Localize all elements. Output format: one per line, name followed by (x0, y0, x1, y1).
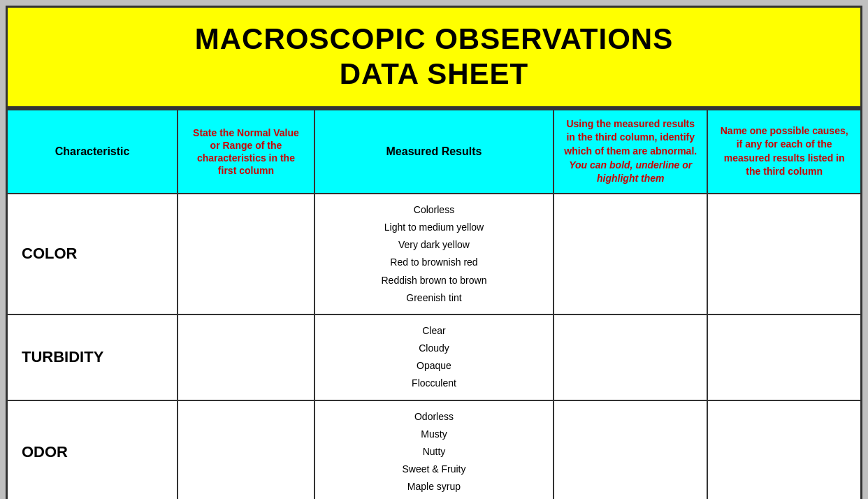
characteristic-color: COLOR (7, 194, 178, 314)
header-measured: Measured Results (314, 109, 554, 193)
measured-odor: Odorless Musty Nutty Sweet & Fruity Mapl… (314, 400, 554, 499)
characteristic-turbidity: TURBIDITY (7, 314, 178, 400)
characteristic-odor: ODOR (7, 400, 178, 499)
normal-turbidity[interactable] (178, 314, 314, 400)
header-characteristic: Characteristic (7, 109, 178, 193)
title-bar: MACROSCOPIC OBSERVATIONS DATA SHEET (6, 6, 862, 108)
measured-color: Colorless Light to medium yellow Very da… (314, 194, 554, 314)
table-body: COLOR Colorless Light to medium yellow V… (7, 194, 862, 499)
table-row-turbidity: TURBIDITY Clear Cloudy Opaque Flocculent (7, 314, 862, 400)
abnormal-turbidity[interactable] (554, 314, 707, 400)
measured-turbidity: Clear Cloudy Opaque Flocculent (314, 314, 554, 400)
table-row-color: COLOR Colorless Light to medium yellow V… (7, 194, 862, 314)
header-abnormal: Using the measured results in the third … (554, 109, 707, 193)
causes-color[interactable] (707, 194, 861, 314)
header-causes: Name one possible causes, if any for eac… (707, 109, 861, 193)
table-header-row: Characteristic State the Normal Value or… (7, 109, 862, 193)
abnormal-color[interactable] (554, 194, 707, 314)
title-line2: DATA SHEET (340, 57, 529, 90)
causes-odor[interactable] (707, 400, 861, 499)
header-normal: State the Normal Value or Range of the c… (178, 109, 314, 193)
abnormal-odor[interactable] (554, 400, 707, 499)
normal-color[interactable] (178, 194, 314, 314)
causes-turbidity[interactable] (707, 314, 861, 400)
title-line1: MACROSCOPIC OBSERVATIONS (195, 22, 673, 55)
normal-odor[interactable] (178, 400, 314, 499)
page-wrapper: MACROSCOPIC OBSERVATIONS DATA SHEET Char… (0, 0, 868, 499)
table-row-odor: ODOR Odorless Musty Nutty Sweet & Fruity… (7, 400, 862, 499)
page-title: MACROSCOPIC OBSERVATIONS DATA SHEET (15, 22, 853, 92)
observations-table: Characteristic State the Normal Value or… (6, 108, 862, 499)
